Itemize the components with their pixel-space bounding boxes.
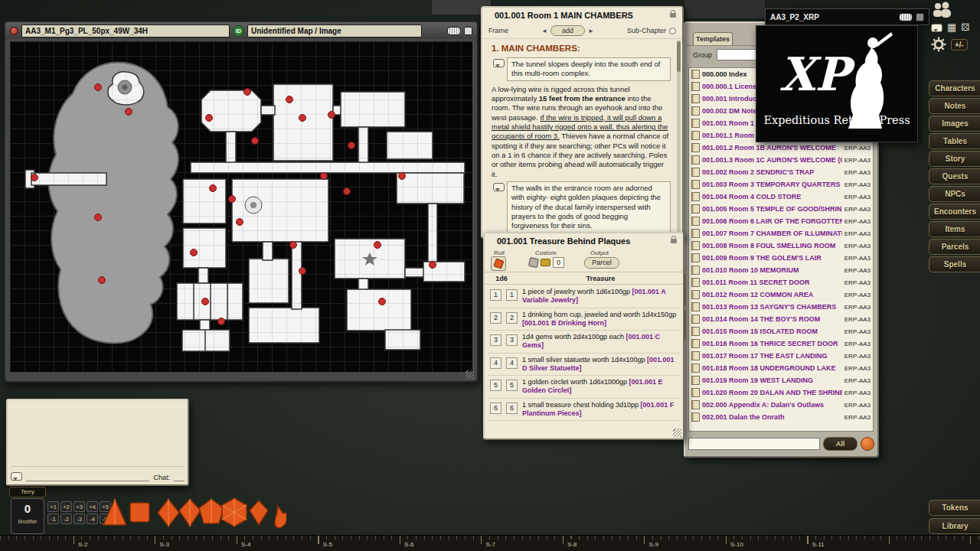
die-icon[interactable] [916, 13, 924, 21]
treasure-row[interactable]: 111 piece of jewelry worth 1d6x100gp [00… [488, 285, 680, 308]
lock-icon[interactable] [670, 13, 676, 18]
library-entry[interactable]: 001.007 Room 7 CHAMBER OF ILLUMINATIONER… [689, 227, 873, 240]
library-entry[interactable]: 001.012 Room 12 COMMON AREAERP-AA3 [689, 289, 873, 301]
coins-icon[interactable] [541, 259, 550, 266]
roll-dice-button[interactable] [491, 256, 506, 271]
map-resize-handle[interactable] [466, 370, 474, 379]
library-entry[interactable]: 001.018 Room 18 UNDERGROUND LAKEERP-AA3 [689, 362, 873, 374]
sidebar-button-quests[interactable]: Quests [929, 168, 980, 184]
scrollbar-thumb[interactable] [677, 41, 681, 72]
modifier-button-+2[interactable]: +2 [60, 501, 72, 512]
treasure-window-titlebar[interactable]: 001.001 Treasure Behind Plaques [485, 233, 683, 249]
library-entry[interactable]: 001.014 Room 14 THE BOY'S ROOMERP-AA3 [689, 313, 873, 325]
chat-input-line[interactable] [26, 472, 149, 481]
chat-toggle-icon[interactable] [931, 24, 942, 32]
library-entry[interactable]: 001.001.2 Room 1B AURON'S WELCOMEERP-AA3 [689, 142, 873, 154]
sidebar-button-parcels[interactable]: Parcels [929, 239, 980, 255]
map-name-field[interactable]: AA3_M1_Pg3_PL_50px_49W_34H [21, 24, 230, 37]
sidebar-button-encounters[interactable]: Encounters [929, 204, 980, 220]
treasure-row[interactable]: 331d4 gems worth 2d4x100gp each [001.001… [488, 331, 680, 354]
zoom-plus-minus-button[interactable]: +/- [951, 39, 968, 51]
modifier-button--1[interactable]: -1 [47, 514, 59, 524]
library-entry[interactable]: 001.017 Room 17 THE EAST LANDINGERP-AA3 [689, 350, 873, 362]
identity-tab[interactable]: Terry [9, 487, 46, 497]
library-entry[interactable]: 002.000 Appendix A: Dalan's OutlawsERP-A… [689, 399, 873, 411]
publisher-logo[interactable]: XP Expeditious Retreat Press [756, 25, 918, 142]
output-label: Output [590, 249, 609, 256]
library-entry[interactable]: 001.004 Room 4 COLD STOREERP-AA3 [689, 191, 873, 203]
sidebar-button-characters[interactable]: Characters [929, 80, 980, 96]
sidebar-button-tokens[interactable]: Tokens [929, 500, 980, 516]
next-frame-arrow[interactable]: ► [588, 28, 594, 34]
hidden-window-edge[interactable] [684, 0, 766, 19]
treasure-row[interactable]: 551 golden circlet worth 1d6x1000gp [001… [488, 376, 680, 399]
library-entry[interactable]: 001.015 Room 15 ISOLATED ROOMERP-AA3 [689, 325, 873, 337]
sidebar-button-npcs[interactable]: NPCs [929, 186, 980, 202]
die-d100-icon[interactable] [250, 500, 268, 525]
modifier-button--2[interactable]: -2 [60, 514, 72, 524]
lock-icon[interactable] [671, 239, 677, 243]
sidebar-button-notes[interactable]: Notes [929, 98, 980, 114]
library-entry[interactable]: 001.011 Room 11 SECRET DOORERP-AA3 [689, 276, 873, 289]
library-entry[interactable]: 001.016 Room 16 THRICE SECRET DOORERP-AA… [689, 337, 873, 350]
library-entry[interactable]: 001.010 Room 10 MEMORIUMERP-AA3 [689, 264, 873, 276]
dungeon-map-canvas[interactable] [10, 41, 472, 372]
library-entry[interactable]: 001.006 Room 6 LAIR OF THE FORGOTTENERP-… [689, 215, 873, 227]
sidebar-button-tables[interactable]: Tables [929, 133, 980, 149]
treasure-row[interactable]: 661 small treasure chest holding 3d10pp … [488, 399, 680, 422]
treasure-description: 1d4 gems worth 2d4x100gp each [001.001 C… [520, 333, 680, 350]
modifier-box[interactable]: 0 Modifier [11, 498, 44, 534]
modifier-button--3[interactable]: -3 [74, 514, 85, 524]
characters-select-icon[interactable] [931, 2, 952, 18]
library-entry[interactable]: 001.005 Room 5 TEMPLE OF GOOD/SHRINE OF … [689, 203, 873, 215]
library-entry[interactable]: 002.001 Dalan the OnrathERP-AA3 [689, 411, 873, 423]
all-filter-button[interactable]: All [823, 437, 858, 451]
library-entry[interactable]: 001.008 Room 8 FOUL SMELLING ROOMERP-AA3 [689, 240, 873, 252]
modifier-button-+1[interactable]: +1 [47, 501, 59, 512]
library-entry[interactable]: 001.002 Room 2 SENDRIC'S TRAPERP-AA3 [689, 166, 873, 178]
die-d6-icon[interactable] [130, 503, 149, 522]
grid-panel-icon[interactable]: ▦ [947, 21, 956, 34]
sidebar-button-library[interactable]: Library [929, 518, 980, 534]
library-search-input[interactable] [688, 438, 820, 450]
sidebar-button-story[interactable]: Story [929, 151, 980, 167]
modifier-button-+4[interactable]: +4 [87, 501, 98, 512]
chat-input-line[interactable] [174, 472, 185, 481]
custom-value-field[interactable]: 0 [553, 257, 564, 268]
modifier-button--4[interactable]: -4 [87, 514, 98, 524]
library-entry[interactable]: 001.020 Room 20 DALAN AND THE SHRINE OF … [689, 386, 873, 399]
sidebar-button-images[interactable]: Images [929, 116, 980, 132]
map-type-field[interactable]: Unidentified Map / Image [247, 24, 422, 37]
library-entry[interactable]: 001.019 Room 19 WEST LANDINGERP-AA3 [689, 374, 873, 386]
tab-templates[interactable]: Templates [693, 32, 733, 46]
gear-options-icon[interactable] [931, 37, 946, 52]
sidebar-button-spells[interactable]: Spells [929, 256, 980, 272]
story-window-titlebar[interactable]: 001.001 Room 1 MAIN CHAMBERS [482, 8, 682, 23]
entry-label: 001.001.3 Room 1C AURON'S WELCOME (Copy) [702, 156, 842, 164]
library-entry[interactable]: 001.013 Room 13 SAYGNY'S CHAMBERSERP-AA3 [689, 301, 873, 313]
share-icon[interactable] [899, 13, 913, 21]
treasure-row[interactable]: 441 small silver statuette worth 1d4x100… [488, 354, 680, 377]
add-frame-button[interactable]: add [550, 25, 585, 36]
treasure-row[interactable]: 221 drinking horn cup, jeweled and worth… [488, 308, 680, 331]
custom-die-icon[interactable] [528, 257, 539, 268]
library-entry[interactable]: 001.009 Room 9 THE GOLEM'S LAIRERP-AA3 [689, 252, 873, 264]
modifier-button-+3[interactable]: +3 [74, 501, 85, 512]
sidebar-button-items[interactable]: Items [929, 221, 980, 237]
subchapter-radio[interactable] [669, 28, 676, 34]
map-window-titlebar[interactable]: AA3_M1_Pg3_PL_50px_49W_34H ID Unidentifi… [5, 22, 477, 39]
die-icon[interactable] [464, 27, 472, 35]
library-entry[interactable]: 001.001.3 Room 1C AURON'S WELCOME (Copy)… [689, 154, 873, 166]
treasure-resize-handle[interactable] [673, 429, 681, 437]
parcel-output-button[interactable]: Parcel [584, 257, 619, 269]
parcel-link[interactable]: [001.001 B Drinking Horn] [522, 319, 606, 327]
library-entry[interactable]: 001.003 Room 3 TEMPORARY QUARTERSERP-AA3 [689, 178, 873, 191]
share-icon[interactable] [447, 27, 461, 35]
xrp-window-titlebar[interactable]: AA3_P2_XRP [765, 8, 929, 25]
dungeon-map [10, 41, 472, 372]
module-activation-button[interactable] [861, 437, 874, 451]
dice-panel-icon[interactable]: ⚄ [961, 21, 969, 34]
story-scrollbar[interactable] [677, 40, 681, 233]
prev-frame-arrow[interactable]: ◄ [541, 28, 547, 34]
pointer-flame-icon[interactable] [275, 506, 286, 528]
